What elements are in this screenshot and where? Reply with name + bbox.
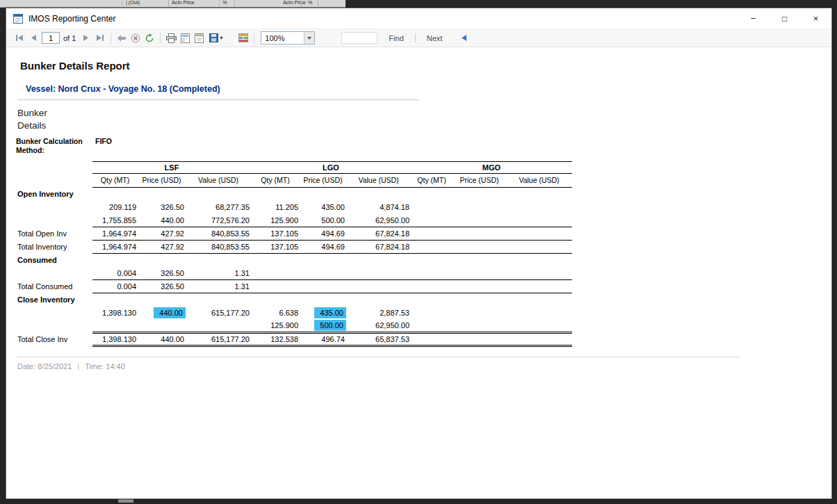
row-label: Open Inventory: [16, 187, 92, 200]
column-header: Qty (MT): [251, 173, 300, 187]
previous-page-button[interactable]: [26, 31, 40, 45]
value-cell: 125.900: [251, 213, 300, 227]
page-count-label: of 1: [63, 34, 76, 42]
value-cell: [506, 266, 572, 279]
back-to-parent-button[interactable]: [115, 31, 129, 45]
stop-button[interactable]: [129, 31, 143, 45]
report-time: Time: 14:40: [85, 362, 125, 371]
value-cell: 326.50: [138, 279, 186, 293]
value-cell: [453, 319, 506, 332]
value-cell: [411, 200, 453, 213]
find-input[interactable]: [341, 32, 377, 44]
print-layout-button[interactable]: [178, 31, 192, 45]
row-label: [16, 319, 92, 332]
value-cell: 435.00: [300, 306, 346, 319]
toolbar-separator: [111, 33, 111, 44]
table-row: 1,755.855440.00772,576.20125.900500.0062…: [16, 213, 572, 227]
value-cell: [300, 253, 346, 266]
export-button[interactable]: ▼: [206, 31, 227, 45]
highlighted-value: 435.00: [314, 307, 346, 318]
table-row: Total Inventory1,964.974427.92840,853.55…: [16, 240, 572, 253]
value-cell: [453, 227, 506, 240]
report-title: Bunker Details Report: [20, 60, 831, 72]
print-button[interactable]: [164, 31, 178, 45]
value-cell: 496.74: [300, 332, 346, 346]
value-cell: [453, 213, 506, 227]
last-page-button[interactable]: [93, 31, 107, 45]
column-header-row: Qty (MT) Price (USD) Value (USD) Qty (MT…: [16, 173, 572, 187]
footer-rule: [17, 357, 740, 357]
excel-export-button[interactable]: [236, 31, 250, 45]
value-cell: [506, 319, 572, 332]
refresh-button[interactable]: [143, 31, 156, 45]
minimize-button[interactable]: −: [738, 8, 769, 29]
column-divider: [168, 0, 169, 8]
calc-method-label: Bunker Calculation Method:: [16, 137, 91, 155]
first-page-button[interactable]: [13, 31, 26, 45]
calc-method-row: Bunker Calculation Method: FIFO: [16, 137, 831, 155]
table-row: Open Inventory: [16, 187, 572, 200]
value-cell: [506, 187, 572, 200]
value-cell: [411, 306, 453, 319]
value-cell: [92, 319, 138, 332]
value-cell: 6.638: [251, 306, 300, 319]
printer-icon: [166, 33, 177, 43]
value-cell: [506, 279, 572, 293]
value-cell: [453, 266, 506, 279]
row-label: [16, 200, 92, 213]
zoom-select[interactable]: 100%: [261, 31, 315, 44]
highlighted-value: 440.00: [154, 307, 186, 318]
value-cell: [300, 279, 346, 293]
column-divider: [122, 0, 122, 8]
background-header-cell: %: [308, 0, 312, 6]
close-button[interactable]: ×: [800, 8, 831, 29]
value-cell: 500.00: [300, 213, 346, 227]
value-cell: 62,950.00: [346, 213, 411, 227]
background-header-cell: | (Out): [126, 0, 140, 6]
previous-page-icon: [29, 34, 38, 42]
value-cell: [346, 187, 411, 200]
last-page-icon: [96, 34, 104, 42]
find-link[interactable]: Find: [389, 34, 403, 42]
row-label: Total Inventory: [16, 240, 92, 253]
column-header: Value (USD): [506, 173, 572, 187]
find-next-divider: [415, 33, 416, 42]
value-cell: [411, 253, 453, 266]
value-cell: [506, 253, 572, 266]
value-cell: [506, 293, 572, 306]
value-cell: [251, 187, 300, 200]
value-cell: 62,950.00: [346, 319, 411, 332]
fuel-group-header: LSF: [92, 161, 251, 173]
table-row: 0.004326.501.31: [16, 266, 572, 279]
row-label: [16, 213, 92, 227]
page-number-input[interactable]: [42, 32, 60, 44]
find-next-link[interactable]: Next: [427, 34, 443, 42]
row-label: Total Open Inv: [16, 227, 92, 240]
value-cell: [453, 306, 506, 319]
value-cell: [138, 187, 186, 200]
bunker-details-table: LSF LGO MGO Qty (MT) Price (USD) Value (…: [16, 161, 572, 347]
value-cell: 67,824.18: [346, 227, 411, 240]
column-header: Price (USD): [138, 173, 186, 187]
excel-export-icon: [238, 33, 248, 42]
row-label: [16, 306, 92, 319]
page-setup-button[interactable]: [192, 31, 206, 45]
window-title: IMOS Reporting Center: [29, 14, 115, 24]
next-page-button[interactable]: [79, 31, 93, 45]
value-cell: 440.00: [138, 332, 186, 346]
maximize-button[interactable]: □: [769, 8, 800, 29]
zoom-dropdown-button[interactable]: [304, 32, 314, 44]
value-cell: [506, 213, 572, 227]
value-cell: [138, 319, 186, 332]
column-header: Qty (MT): [92, 173, 138, 187]
collapse-panel-button[interactable]: [460, 34, 468, 42]
column-header: Value (USD): [186, 173, 251, 187]
value-cell: [506, 240, 572, 253]
refresh-icon: [145, 33, 154, 43]
value-cell: [453, 279, 506, 293]
value-cell: [411, 332, 453, 346]
value-cell: [251, 279, 300, 293]
collapse-arrow-icon: [460, 34, 468, 42]
value-cell: 4,874.18: [346, 200, 411, 213]
value-cell: 615,177.20: [186, 306, 251, 319]
